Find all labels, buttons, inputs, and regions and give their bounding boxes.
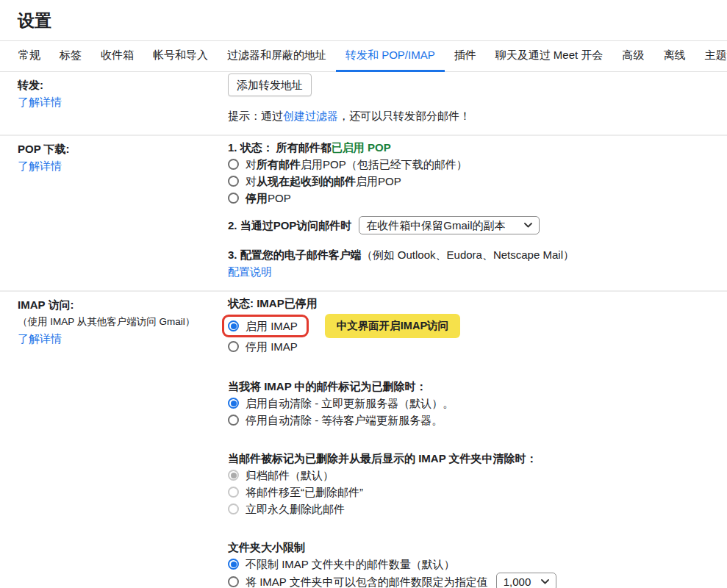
disable-imap-option[interactable]: 停用 IMAP	[228, 338, 720, 355]
pop-when-label: 2. 当通过POP访问邮件时	[228, 217, 351, 234]
pop-status-value: 已启用 POP	[332, 141, 391, 154]
tab-labels[interactable]: 标签	[50, 41, 91, 72]
pop-section: POP 下载: 了解详情 1. 状态： 所有邮件都已启用 POP 对所有邮件启用…	[0, 136, 727, 292]
pop-option-all-mail[interactable]: 对所有邮件启用POP（包括已经下载的邮件）	[228, 156, 720, 173]
pop-configure-line: 3. 配置您的电子邮件客户端（例如 Outlook、Eudora、Netscap…	[228, 246, 720, 263]
forwarding-learn-more-link[interactable]: 了解详情	[18, 96, 62, 108]
imap-learn-more-link[interactable]: 了解详情	[18, 332, 62, 345]
size-unlimited-radio[interactable]	[228, 559, 239, 570]
expunge-on-label: 启用自动清除 - 立即更新服务器（默认）。	[246, 395, 454, 412]
forwarding-label: 转发:	[18, 76, 221, 93]
imap-delete-heading: 当邮件被标记为已删除并从最后显示的 IMAP 文件夹中清除时：	[228, 450, 720, 467]
radio-button[interactable]	[228, 159, 239, 170]
tip-prefix: 提示：通过	[228, 110, 283, 122]
radio-label: 对从现在起收到的邮件启用POP	[246, 173, 401, 190]
radio-label: 对所有邮件启用POP（包括已经下载的邮件）	[246, 156, 468, 173]
create-filter-link[interactable]: 创建过滤器	[283, 110, 338, 122]
pop-when-selected-value: 在收件箱中保留Gmail的副本	[366, 217, 505, 234]
size-limit-radio[interactable]	[228, 576, 239, 587]
expunge-off-radio[interactable]	[228, 415, 239, 426]
delete-trash-label: 将邮件移至“已删除邮件”	[246, 484, 363, 501]
annotation-note: 中文界面开启IMAP访问	[325, 314, 460, 338]
chevron-down-icon	[524, 223, 532, 228]
folder-size-heading: 文件夹大小限制	[228, 539, 720, 556]
pop-learn-more-link[interactable]: 了解详情	[18, 159, 62, 172]
imap-section: IMAP 访问: （使用 IMAP 从其他客户端访问 Gmail） 了解详情 状…	[0, 292, 727, 588]
tab-general[interactable]: 常规	[9, 41, 50, 72]
tab-forwarding-pop-imap[interactable]: 转发和 POP/IMAP	[336, 41, 445, 72]
pop-when-select[interactable]: 在收件箱中保留Gmail的副本	[359, 216, 540, 234]
page-title: 设置	[18, 10, 709, 32]
tab-advanced[interactable]: 高级	[612, 41, 653, 72]
pop-configure-note: （例如 Outlook、Eudora、Netscape Mail）	[362, 248, 574, 261]
expunge-on-option[interactable]: 启用自动清除 - 立即更新服务器（默认）。	[228, 395, 720, 412]
forwarding-section: 转发: 了解详情 添加转发地址 提示：通过创建过滤器，还可以只转发部分邮件！	[0, 72, 727, 136]
pop-status-text: 所有邮件都	[276, 141, 332, 154]
size-limit-option[interactable]: 将 IMAP 文件夹中可以包含的邮件数限定为指定值 1,000	[228, 573, 720, 588]
settings-tabbar: 常规 标签 收件箱 帐号和导入 过滤器和屏蔽的地址 转发和 POP/IMAP 插…	[0, 41, 727, 72]
configuration-instructions-link[interactable]: 配置说明	[228, 265, 272, 278]
size-limit-select[interactable]: 1,000	[496, 573, 557, 588]
tab-themes[interactable]: 主题背景	[695, 41, 727, 72]
pop-status-label: 1. 状态：	[228, 141, 273, 154]
imap-expunge-heading: 当我将 IMAP 中的邮件标记为已删除时：	[228, 378, 720, 395]
delete-forever-radio	[228, 503, 239, 514]
imap-sublabel: （使用 IMAP 从其他客户端访问 Gmail）	[18, 313, 221, 330]
enable-imap-radio[interactable]	[228, 320, 239, 331]
pop-status-line: 1. 状态： 所有邮件都已启用 POP	[228, 139, 720, 156]
tab-addons[interactable]: 插件	[445, 41, 486, 72]
pop-option-from-now[interactable]: 对从现在起收到的邮件启用POP	[228, 173, 720, 190]
radio-button[interactable]	[228, 193, 239, 204]
delete-archive-label: 归档邮件（默认）	[246, 467, 334, 484]
tab-chat-meet[interactable]: 聊天及通过 Meet 开会	[486, 41, 613, 72]
tab-filters-blocked[interactable]: 过滤器和屏蔽的地址	[218, 41, 336, 72]
pop-option-disable[interactable]: 停用POP	[228, 190, 720, 207]
tip-suffix: ，还可以只转发部分邮件！	[338, 110, 470, 122]
expunge-on-radio[interactable]	[228, 398, 239, 409]
radio-button[interactable]	[228, 176, 239, 187]
settings-header: 设置	[0, 0, 727, 41]
disable-imap-radio[interactable]	[228, 341, 239, 352]
disable-imap-label: 停用 IMAP	[246, 338, 298, 355]
delete-trash-radio	[228, 487, 239, 498]
size-unlimited-option[interactable]: 不限制 IMAP 文件夹中的邮件数量（默认）	[228, 556, 720, 573]
tab-offline[interactable]: 离线	[653, 41, 695, 72]
delete-forever-option: 立即永久删除此邮件	[228, 501, 720, 517]
delete-archive-option: 归档邮件（默认）	[228, 467, 720, 484]
size-limit-selected-value: 1,000	[504, 573, 531, 588]
annotation-highlight-box: 启用 IMAP	[222, 315, 309, 337]
imap-status: 状态: IMAP已停用	[228, 295, 720, 312]
add-forwarding-address-button[interactable]: 添加转发地址	[228, 74, 312, 96]
tab-accounts-import[interactable]: 帐号和导入	[143, 41, 218, 72]
forwarding-tip: 提示：通过创建过滤器，还可以只转发部分邮件！	[228, 107, 720, 124]
tab-inbox[interactable]: 收件箱	[91, 41, 143, 72]
expunge-off-label: 停用自动清除 - 等待客户端更新服务器。	[246, 412, 443, 429]
imap-label: IMAP 访问:	[18, 296, 221, 313]
expunge-off-option[interactable]: 停用自动清除 - 等待客户端更新服务器。	[228, 412, 720, 429]
delete-trash-option: 将邮件移至“已删除邮件”	[228, 484, 720, 501]
radio-label: 停用POP	[246, 190, 291, 207]
chevron-down-icon	[541, 579, 549, 584]
pop-label: POP 下载:	[18, 140, 221, 157]
size-unlimited-label: 不限制 IMAP 文件夹中的邮件数量（默认）	[246, 556, 455, 573]
delete-forever-label: 立即永久删除此邮件	[246, 501, 345, 517]
delete-archive-radio	[228, 470, 239, 481]
size-limit-label: 将 IMAP 文件夹中可以包含的邮件数限定为指定值	[246, 573, 488, 588]
pop-configure-label: 3. 配置您的电子邮件客户端	[228, 248, 362, 261]
enable-imap-label: 启用 IMAP	[246, 318, 298, 334]
